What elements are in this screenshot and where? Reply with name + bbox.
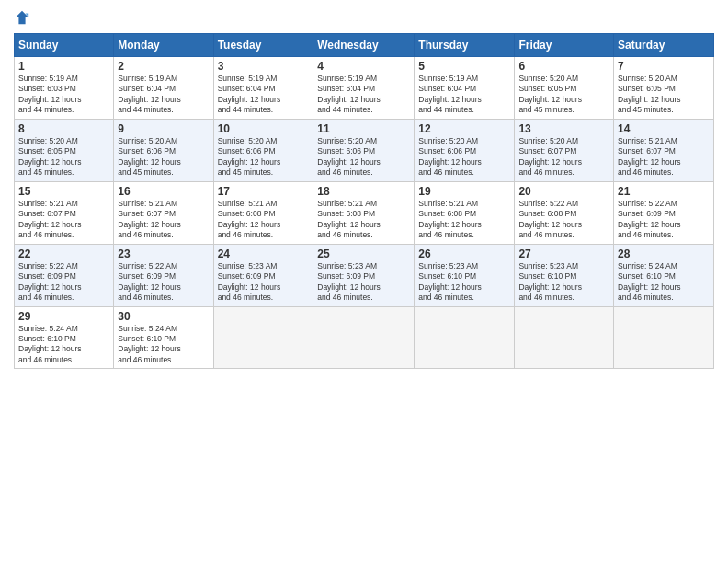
day-info: Sunrise: 5:21 AM Sunset: 6:07 PM Dayligh…: [18, 199, 109, 241]
day-number: 1: [18, 60, 109, 73]
day-number: 12: [418, 122, 510, 135]
calendar-week-row: 29Sunrise: 5:24 AM Sunset: 6:10 PM Dayli…: [15, 306, 714, 369]
day-number: 13: [518, 122, 609, 135]
calendar-cell: 22Sunrise: 5:22 AM Sunset: 6:09 PM Dayli…: [15, 244, 114, 306]
calendar-cell: 20Sunrise: 5:22 AM Sunset: 6:08 PM Dayli…: [515, 181, 614, 244]
day-number: 15: [18, 185, 109, 198]
weekday-header-sunday: Sunday: [15, 34, 114, 57]
day-info: Sunrise: 5:22 AM Sunset: 6:09 PM Dayligh…: [118, 261, 209, 304]
weekday-header-monday: Monday: [114, 34, 213, 57]
day-info: Sunrise: 5:23 AM Sunset: 6:09 PM Dayligh…: [317, 261, 410, 304]
day-number: 28: [618, 247, 710, 260]
day-number: 17: [218, 185, 310, 198]
day-number: 8: [18, 122, 109, 135]
day-info: Sunrise: 5:22 AM Sunset: 6:09 PM Dayligh…: [618, 199, 710, 241]
calendar-week-row: 15Sunrise: 5:21 AM Sunset: 6:07 PM Dayli…: [15, 181, 714, 244]
day-info: Sunrise: 5:23 AM Sunset: 6:10 PM Dayligh…: [418, 261, 510, 304]
calendar-cell: 15Sunrise: 5:21 AM Sunset: 6:07 PM Dayli…: [15, 181, 114, 244]
day-number: 6: [518, 60, 609, 73]
day-number: 7: [618, 60, 710, 73]
calendar-cell: 12Sunrise: 5:20 AM Sunset: 6:06 PM Dayli…: [415, 119, 515, 181]
logo: [14, 9, 32, 26]
svg-marker-0: [16, 11, 28, 24]
day-info: Sunrise: 5:19 AM Sunset: 6:04 PM Dayligh…: [118, 74, 209, 116]
logo-icon: [14, 9, 30, 26]
day-info: Sunrise: 5:21 AM Sunset: 6:07 PM Dayligh…: [618, 136, 710, 178]
calendar-cell: 8Sunrise: 5:20 AM Sunset: 6:05 PM Daylig…: [15, 119, 114, 181]
calendar-cell: 30Sunrise: 5:24 AM Sunset: 6:10 PM Dayli…: [114, 306, 213, 369]
day-number: 29: [18, 310, 109, 323]
weekday-header-thursday: Thursday: [415, 34, 515, 57]
day-info: Sunrise: 5:19 AM Sunset: 6:04 PM Dayligh…: [418, 74, 510, 116]
day-number: 25: [317, 247, 410, 260]
calendar-cell: 28Sunrise: 5:24 AM Sunset: 6:10 PM Dayli…: [614, 244, 714, 306]
day-info: Sunrise: 5:20 AM Sunset: 6:05 PM Dayligh…: [518, 74, 609, 116]
calendar-cell: 11Sunrise: 5:20 AM Sunset: 6:06 PM Dayli…: [313, 119, 415, 181]
calendar-cell: 4Sunrise: 5:19 AM Sunset: 6:04 PM Daylig…: [313, 57, 415, 120]
day-info: Sunrise: 5:21 AM Sunset: 6:08 PM Dayligh…: [317, 199, 410, 241]
day-info: Sunrise: 5:24 AM Sunset: 6:10 PM Dayligh…: [118, 324, 209, 366]
day-number: 10: [218, 122, 310, 135]
calendar-cell: 10Sunrise: 5:20 AM Sunset: 6:06 PM Dayli…: [213, 119, 313, 181]
calendar-cell: [614, 306, 714, 369]
calendar-week-row: 22Sunrise: 5:22 AM Sunset: 6:09 PM Dayli…: [15, 244, 714, 306]
day-number: 11: [317, 122, 410, 135]
calendar-header-row: SundayMondayTuesdayWednesdayThursdayFrid…: [15, 34, 714, 57]
calendar-cell: [313, 306, 415, 369]
calendar-week-row: 8Sunrise: 5:20 AM Sunset: 6:05 PM Daylig…: [15, 119, 714, 181]
day-number: 22: [18, 247, 109, 260]
day-number: 30: [118, 310, 209, 323]
day-number: 26: [418, 247, 510, 260]
calendar-cell: 14Sunrise: 5:21 AM Sunset: 6:07 PM Dayli…: [614, 119, 714, 181]
day-number: 20: [518, 185, 609, 198]
calendar-cell: 18Sunrise: 5:21 AM Sunset: 6:08 PM Dayli…: [313, 181, 415, 244]
calendar-cell: 23Sunrise: 5:22 AM Sunset: 6:09 PM Dayli…: [114, 244, 213, 306]
day-number: 2: [118, 60, 209, 73]
calendar-cell: 24Sunrise: 5:23 AM Sunset: 6:09 PM Dayli…: [213, 244, 313, 306]
day-number: 5: [418, 60, 510, 73]
day-info: Sunrise: 5:20 AM Sunset: 6:05 PM Dayligh…: [618, 74, 710, 116]
day-info: Sunrise: 5:21 AM Sunset: 6:07 PM Dayligh…: [118, 199, 209, 241]
weekday-header-friday: Friday: [515, 34, 614, 57]
day-info: Sunrise: 5:21 AM Sunset: 6:08 PM Dayligh…: [218, 199, 310, 241]
calendar-cell: 5Sunrise: 5:19 AM Sunset: 6:04 PM Daylig…: [415, 57, 515, 120]
day-info: Sunrise: 5:23 AM Sunset: 6:09 PM Dayligh…: [218, 261, 310, 304]
calendar-cell: [213, 306, 313, 369]
day-info: Sunrise: 5:20 AM Sunset: 6:05 PM Dayligh…: [18, 136, 109, 178]
calendar-cell: 2Sunrise: 5:19 AM Sunset: 6:04 PM Daylig…: [114, 57, 213, 120]
calendar-cell: 26Sunrise: 5:23 AM Sunset: 6:10 PM Dayli…: [415, 244, 515, 306]
calendar-cell: 9Sunrise: 5:20 AM Sunset: 6:06 PM Daylig…: [114, 119, 213, 181]
day-info: Sunrise: 5:19 AM Sunset: 6:04 PM Dayligh…: [317, 74, 410, 116]
calendar-cell: 3Sunrise: 5:19 AM Sunset: 6:04 PM Daylig…: [213, 57, 313, 120]
day-info: Sunrise: 5:19 AM Sunset: 6:04 PM Dayligh…: [218, 74, 310, 116]
day-number: 4: [317, 60, 410, 73]
calendar-cell: 16Sunrise: 5:21 AM Sunset: 6:07 PM Dayli…: [114, 181, 213, 244]
calendar-cell: 19Sunrise: 5:21 AM Sunset: 6:08 PM Dayli…: [415, 181, 515, 244]
calendar-cell: [415, 306, 515, 369]
day-info: Sunrise: 5:20 AM Sunset: 6:06 PM Dayligh…: [418, 136, 510, 178]
day-number: 24: [218, 247, 310, 260]
day-info: Sunrise: 5:21 AM Sunset: 6:08 PM Dayligh…: [418, 199, 510, 241]
calendar-table: SundayMondayTuesdayWednesdayThursdayFrid…: [14, 33, 714, 369]
day-number: 14: [618, 122, 710, 135]
weekday-header-wednesday: Wednesday: [313, 34, 415, 57]
day-number: 3: [218, 60, 310, 73]
day-info: Sunrise: 5:20 AM Sunset: 6:06 PM Dayligh…: [218, 136, 310, 178]
day-number: 9: [118, 122, 209, 135]
calendar-cell: 6Sunrise: 5:20 AM Sunset: 6:05 PM Daylig…: [515, 57, 614, 120]
day-info: Sunrise: 5:24 AM Sunset: 6:10 PM Dayligh…: [618, 261, 710, 304]
day-number: 21: [618, 185, 710, 198]
day-info: Sunrise: 5:20 AM Sunset: 6:06 PM Dayligh…: [118, 136, 209, 178]
day-number: 18: [317, 185, 410, 198]
day-info: Sunrise: 5:20 AM Sunset: 6:07 PM Dayligh…: [518, 136, 609, 178]
weekday-header-tuesday: Tuesday: [213, 34, 313, 57]
calendar-cell: 1Sunrise: 5:19 AM Sunset: 6:03 PM Daylig…: [15, 57, 114, 120]
day-info: Sunrise: 5:19 AM Sunset: 6:03 PM Dayligh…: [18, 74, 109, 116]
day-number: 19: [418, 185, 510, 198]
day-info: Sunrise: 5:20 AM Sunset: 6:06 PM Dayligh…: [317, 136, 410, 178]
calendar-cell: 21Sunrise: 5:22 AM Sunset: 6:09 PM Dayli…: [614, 181, 714, 244]
day-number: 23: [118, 247, 209, 260]
day-info: Sunrise: 5:24 AM Sunset: 6:10 PM Dayligh…: [18, 324, 109, 366]
weekday-header-saturday: Saturday: [614, 34, 714, 57]
calendar-cell: 25Sunrise: 5:23 AM Sunset: 6:09 PM Dayli…: [313, 244, 415, 306]
